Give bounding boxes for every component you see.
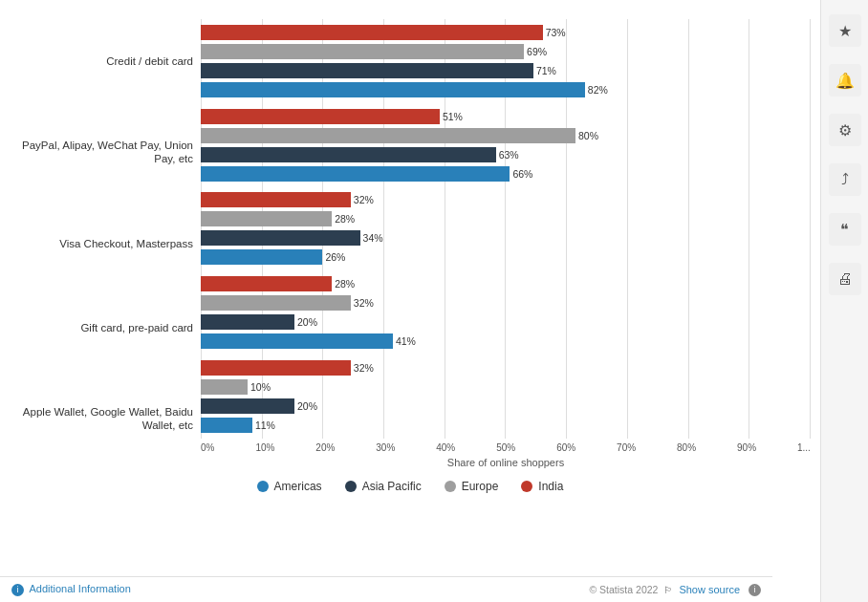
bar-value-label: 51% bbox=[443, 111, 463, 122]
bar-value-label: 28% bbox=[335, 278, 355, 290]
x-tick: 90% bbox=[737, 442, 756, 453]
footer-right: © Statista 2022 🏳 Show source i bbox=[589, 584, 761, 596]
legend-dot-americas bbox=[257, 481, 269, 492]
bar-row: 20% bbox=[201, 313, 811, 331]
bar-value-label: 28% bbox=[335, 213, 355, 225]
share-icon[interactable]: ⤴ bbox=[829, 163, 861, 196]
bar-row: 71% bbox=[201, 62, 811, 79]
legend-dot-india bbox=[521, 481, 532, 492]
bar-value-label: 41% bbox=[396, 335, 416, 347]
bar-row: 66% bbox=[201, 165, 811, 183]
legend-label-asiapacific: Asia Pacific bbox=[362, 480, 422, 493]
bar-europe bbox=[201, 128, 575, 143]
bar-india bbox=[201, 276, 332, 291]
x-tick: 30% bbox=[376, 442, 395, 453]
x-tick: 80% bbox=[677, 442, 696, 453]
bar-value-label: 71% bbox=[536, 65, 556, 76]
x-axis: 0%10%20%30%40%50%60%70%80%90%1... bbox=[201, 439, 811, 455]
sidebar: ★🔔⚙⤴❝🖨 bbox=[820, 0, 868, 602]
bar-value-label: 80% bbox=[578, 130, 598, 141]
bar-value-label: 66% bbox=[512, 168, 532, 180]
bar-americas bbox=[201, 333, 393, 349]
bar-row: 28% bbox=[201, 210, 811, 227]
x-tick: 40% bbox=[436, 442, 455, 453]
bar-asiapacific bbox=[201, 147, 496, 162]
y-label: PayPal, Alipay, WeChat Pay, Union Pay, e… bbox=[10, 139, 193, 167]
bar-asiapacific bbox=[201, 398, 294, 414]
bar-row: 26% bbox=[201, 248, 811, 266]
gear-icon[interactable]: ⚙ bbox=[829, 114, 861, 146]
bar-india bbox=[201, 109, 440, 124]
bar-row: 32% bbox=[201, 359, 811, 376]
quote-icon[interactable]: ❝ bbox=[829, 213, 861, 246]
print-icon[interactable]: 🖨 bbox=[829, 263, 861, 295]
bars-groups: 73%69%71%82%51%80%63%66%32%28%34%26%28%3… bbox=[201, 19, 811, 439]
bar-group: 73%69%71%82% bbox=[201, 24, 811, 98]
legend-dot-europe bbox=[445, 481, 456, 492]
legend-label-india: India bbox=[538, 480, 563, 493]
bar-europe bbox=[201, 379, 248, 395]
footer: i Additional Information © Statista 2022… bbox=[0, 576, 772, 602]
legend: AmericasAsia PacificEuropeIndia bbox=[10, 480, 811, 493]
bar-europe bbox=[201, 44, 524, 59]
star-icon[interactable]: ★ bbox=[829, 14, 861, 47]
bar-row: 32% bbox=[201, 294, 811, 312]
bar-value-label: 34% bbox=[363, 232, 383, 244]
bell-icon[interactable]: 🔔 bbox=[829, 64, 861, 97]
bar-americas bbox=[201, 418, 252, 433]
bar-value-label: 69% bbox=[527, 46, 547, 57]
bar-group: 32%10%20%11% bbox=[201, 359, 811, 434]
bar-europe bbox=[201, 211, 332, 226]
x-tick: 60% bbox=[556, 442, 575, 453]
y-label: Visa Checkout, Masterpass bbox=[10, 237, 193, 251]
bar-value-label: 63% bbox=[499, 149, 519, 161]
bar-value-label: 32% bbox=[354, 362, 374, 374]
bar-row: 20% bbox=[201, 398, 811, 415]
bar-india bbox=[201, 360, 351, 376]
main-container: Credit / debit cardPayPal, Alipay, WeCha… bbox=[0, 0, 868, 602]
bar-group: 51%80%63%66% bbox=[201, 108, 811, 183]
bar-row: 11% bbox=[201, 417, 811, 434]
x-tick: 50% bbox=[496, 442, 515, 453]
bar-value-label: 73% bbox=[546, 27, 566, 38]
legend-item-asiapacific: Asia Pacific bbox=[345, 480, 422, 493]
bar-value-label: 32% bbox=[354, 194, 374, 205]
info-icon: i bbox=[11, 584, 24, 596]
x-axis-label: Share of online shoppers bbox=[201, 457, 811, 468]
bar-value-label: 26% bbox=[325, 251, 345, 263]
bar-value-label: 20% bbox=[297, 400, 317, 412]
y-label: Credit / debit card bbox=[10, 54, 193, 69]
additional-info-link[interactable]: i Additional Information bbox=[11, 583, 131, 596]
bar-europe bbox=[201, 295, 351, 311]
bar-row: 10% bbox=[201, 378, 811, 396]
flag-icon: 🏳 bbox=[663, 585, 673, 595]
bar-group: 28%32%20%41% bbox=[201, 275, 811, 350]
x-tick: 20% bbox=[315, 442, 335, 453]
bar-asiapacific bbox=[201, 314, 294, 330]
bar-row: 80% bbox=[201, 127, 811, 144]
legend-item-europe: Europe bbox=[445, 480, 499, 493]
y-label: Gift card, pre-paid card bbox=[10, 321, 193, 335]
bar-asiapacific bbox=[201, 63, 533, 78]
legend-label-americas: Americas bbox=[274, 480, 322, 493]
copyright: © Statista 2022 bbox=[589, 584, 658, 595]
bar-row: 63% bbox=[201, 146, 811, 163]
bars-section: 73%69%71%82%51%80%63%66%32%28%34%26%28%3… bbox=[201, 19, 811, 468]
y-labels: Credit / debit cardPayPal, Alipay, WeCha… bbox=[10, 19, 201, 468]
bar-value-label: 32% bbox=[354, 297, 374, 309]
bar-row: 82% bbox=[201, 81, 811, 98]
legend-dot-asiapacific bbox=[345, 481, 357, 492]
bar-row: 73% bbox=[201, 24, 811, 41]
bar-row: 51% bbox=[201, 108, 811, 125]
x-tick: 70% bbox=[617, 442, 636, 453]
external-icon: i bbox=[749, 584, 761, 596]
bar-americas bbox=[201, 166, 510, 182]
bar-row: 41% bbox=[201, 333, 811, 350]
show-source-link[interactable]: Show source bbox=[679, 584, 740, 595]
bar-india bbox=[201, 192, 351, 207]
bar-row: 69% bbox=[201, 43, 811, 60]
bar-value-label: 11% bbox=[255, 419, 275, 431]
bar-value-label: 20% bbox=[297, 316, 317, 328]
x-tick: 10% bbox=[255, 442, 274, 453]
x-tick: 0% bbox=[201, 442, 214, 453]
